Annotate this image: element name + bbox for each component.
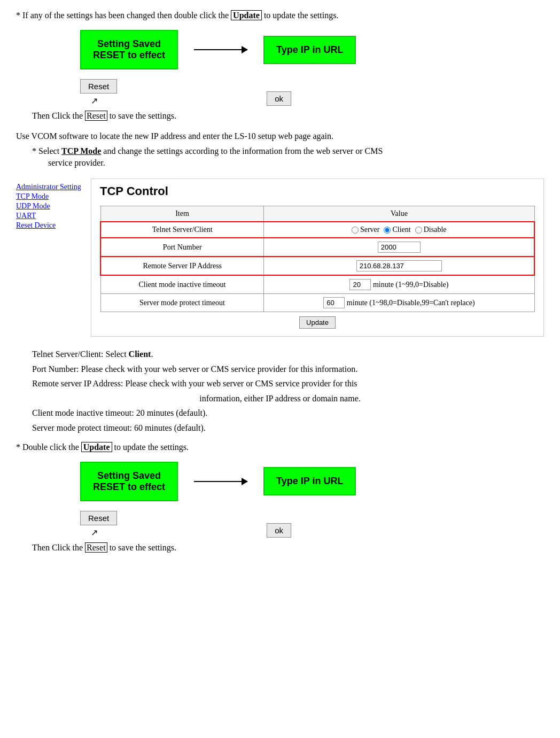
double-click-note: * Double click the Update to update the … [16, 442, 544, 452]
ip-input[interactable] [356, 260, 442, 271]
radio-disable-label: Disable [424, 226, 447, 234]
desc-server-timeout: Server mode protect timeout: 60 minutes … [32, 421, 528, 435]
desc-telnet: Telnet Server/Client: Select Client. [32, 347, 528, 361]
flow-arrow-1 [194, 49, 247, 50]
radio-client-label: Client [392, 226, 410, 234]
vcom-text: Use VCOM software to locate the new IP a… [16, 131, 544, 141]
update-btn-row: Update [100, 312, 535, 331]
client-timeout-input[interactable] [349, 279, 371, 290]
sidebar-item-admin[interactable]: Administrator Setting [16, 183, 85, 191]
cell-client-timeout-value: minute (1~99,0=Disable) [264, 275, 534, 294]
update-button[interactable]: Update [299, 316, 336, 329]
tcp-table-area: TCP Control Item Value Telnet Server/Cli… [91, 178, 544, 337]
reset-ok-row-2: Reset ↗ ok [80, 511, 544, 538]
sidebar-item-tcp[interactable]: TCP Mode [16, 192, 85, 201]
ok-button-1[interactable]: ok [267, 91, 291, 106]
ok-btn-area-1: ok [267, 91, 291, 106]
reset-button-2[interactable]: Reset [80, 511, 117, 525]
tcp-table: Item Value Telnet Server/Client Server [100, 206, 535, 312]
desc-ip-1: Remote server IP Address: Please check w… [32, 377, 528, 391]
port-input[interactable] [378, 242, 421, 253]
reset-word-1: Reset [85, 111, 107, 121]
radio-server[interactable]: Server [352, 226, 380, 234]
cell-server-timeout-value: minute (1~98,0=Disable,99=Can't replace) [264, 294, 534, 312]
server-timeout-label: minute (1~98,0=Disable,99=Can't replace) [347, 299, 475, 307]
ok-button-2[interactable]: ok [267, 523, 291, 538]
tcp-panel: Administrator Setting TCP Mode UDP Mode … [16, 178, 544, 337]
update-word-inline: Update [231, 10, 262, 20]
cell-telnet-value: Server Client Disable [264, 222, 534, 238]
client-bold: Client [129, 349, 151, 359]
update-word-2: Update [81, 442, 112, 452]
col-item: Item [100, 206, 264, 222]
flow-diagram-1: Setting Saved RESET to effect Type IP in… [80, 30, 544, 69]
type-ip-box-1: Type IP in URL [263, 36, 356, 64]
radio-client[interactable]: Client [384, 226, 410, 234]
sidebar-item-uart[interactable]: UART [16, 212, 85, 220]
radio-disable[interactable]: Disable [415, 226, 447, 234]
flow-arrow-2 [194, 481, 247, 482]
cell-server-timeout-label: Server mode protect timeout [100, 294, 264, 312]
reset-btn-area-2: Reset ↗ [80, 511, 117, 538]
sidebar-item-reset[interactable]: Reset Device [16, 221, 85, 230]
reset-ok-row-1: Reset ↗ ok [80, 79, 544, 106]
desc-client-timeout: Client mode inactive timeout: 20 minutes… [32, 406, 528, 420]
table-row-ip: Remote Server IP Address [100, 257, 534, 275]
reset-btn-area-1: Reset ↗ [80, 79, 117, 106]
cell-port-label: Port Number [100, 238, 264, 257]
flow-diagram-2: Setting Saved RESET to effect Type IP in… [80, 462, 544, 501]
service-provider-text: service provider. [48, 158, 544, 168]
tcp-mode-link[interactable]: TCP Mode [61, 146, 101, 156]
col-value: Value [264, 206, 534, 222]
radio-disable-input[interactable] [415, 227, 422, 234]
setting-saved-box-2: Setting Saved RESET to effect [80, 462, 178, 501]
ok-btn-area-2: ok [267, 523, 291, 538]
table-row-telnet: Telnet Server/Client Server Client [100, 222, 534, 238]
desc-ip-2: information, either IP address or domain… [32, 392, 528, 406]
table-row-port: Port Number [100, 238, 534, 257]
then-click-text-1: Then Click the Reset to save the setting… [32, 111, 544, 121]
intro-paragraph: * If any of the settings has been change… [16, 11, 544, 20]
table-row-client-timeout: Client mode inactive timeout minute (1~9… [100, 275, 534, 294]
cell-port-value [264, 238, 534, 257]
server-timeout-input[interactable] [323, 297, 345, 308]
cell-client-timeout-label: Client mode inactive timeout [100, 275, 264, 294]
type-ip-box-2: Type IP in URL [263, 467, 356, 495]
sidebar-nav: Administrator Setting TCP Mode UDP Mode … [16, 178, 91, 337]
cell-telnet-label: Telnet Server/Client [100, 222, 264, 238]
client-timeout-label: minute (1~99,0=Disable) [373, 281, 448, 289]
intro-text-after: to update the settings. [262, 11, 339, 20]
radio-server-label: Server [360, 226, 380, 234]
reset-button-1[interactable]: Reset [80, 79, 117, 94]
radio-client-input[interactable] [384, 227, 391, 234]
radio-server-input[interactable] [352, 227, 359, 234]
desc-port: Port Number: Please check with your web … [32, 362, 528, 376]
up-arrow-2: ↗ [91, 527, 98, 538]
radio-group-telnet: Server Client Disable [269, 226, 528, 234]
description-block: Telnet Server/Client: Select Client. Por… [32, 347, 528, 435]
intro-text-before: * If any of the settings has been change… [16, 11, 231, 20]
cell-ip-value [264, 257, 534, 275]
up-arrow-1: ↗ [91, 96, 98, 106]
reset-word-2: Reset [85, 542, 107, 553]
sidebar-item-udp[interactable]: UDP Mode [16, 202, 85, 211]
tcp-title: TCP Control [100, 184, 535, 198]
setting-saved-box-1: Setting Saved RESET to effect [80, 30, 178, 69]
cell-ip-label: Remote Server IP Address [100, 257, 264, 275]
then-click-text-2: Then Click the Reset to save the setting… [32, 543, 544, 553]
tcp-mode-bullet: * Select TCP Mode and change the setting… [32, 146, 544, 156]
table-row-server-timeout: Server mode protect timeout minute (1~98… [100, 294, 534, 312]
